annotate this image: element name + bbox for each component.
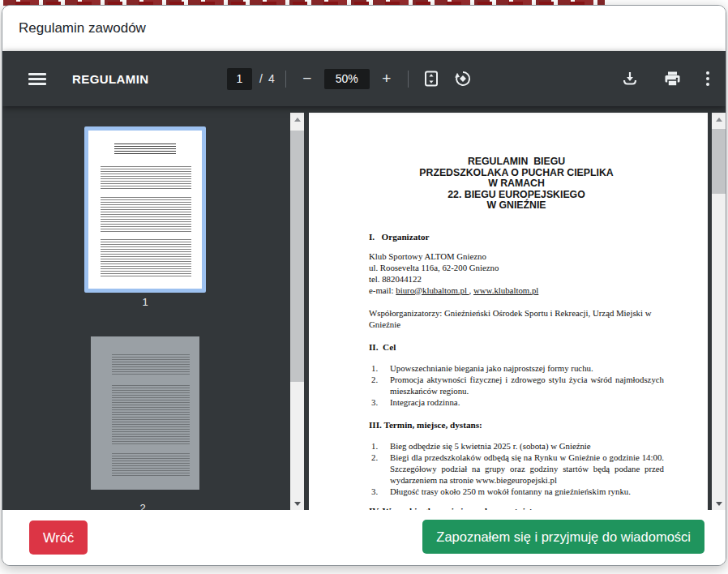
item-number: 1. <box>369 362 390 374</box>
pdf-toolbar: REGULAMIN / 4 − 50% + <box>2 51 726 106</box>
item-number: 2. <box>369 452 390 486</box>
toolbar-left-group: REGULAMIN <box>2 70 148 88</box>
thumbnail-1-text-lines <box>101 166 191 189</box>
list-item: 3.Integracja rodzinna. <box>369 396 664 408</box>
org-email-line: e-mail: biuro@klubaltom.pl , www.klubalt… <box>369 285 664 296</box>
item-text: Biegi dla przedszkolaków odbędą się na R… <box>390 452 664 486</box>
hamburger-icon <box>28 73 46 85</box>
document-content: REGULAMIN BIEGU PRZEDSZKOLAKA O PUCHAR C… <box>309 113 708 510</box>
kebab-menu-icon <box>706 71 709 86</box>
thumbnail-page-1[interactable] <box>84 126 206 293</box>
item-number: 1. <box>369 440 390 452</box>
more-options-button[interactable] <box>703 68 713 89</box>
list-item: 2.Promocja aktywności fizycznej i zdrowe… <box>369 374 664 396</box>
coorganizers-line: Współorganizatorzy: Gnieźnieński Ośrodek… <box>369 307 664 330</box>
item-text: Długość trasy około 250 m wokół fontanny… <box>390 486 664 497</box>
document-heading-line: W RAMACH <box>369 178 664 190</box>
fit-to-page-button[interactable] <box>419 66 443 91</box>
section-3-heading: III. Termin, miejsce, dystans: <box>369 419 664 430</box>
download-icon <box>621 70 639 88</box>
item-text: Integracja rodzinna. <box>390 396 664 408</box>
item-text: Upowszechnianie biegania jako najprostsz… <box>390 362 664 374</box>
screen: Regulamin zawodów REGULAMIN / 4 − 50% + <box>0 0 728 574</box>
regulations-modal: Regulamin zawodów REGULAMIN / 4 − 50% + <box>2 5 726 566</box>
toolbar-center-group: / 4 − 50% + <box>227 51 476 106</box>
thumbnail-1-label: 1 <box>88 296 202 308</box>
thumbnail-1-heading-lines <box>114 144 176 156</box>
list-item: 3.Długość trasy około 250 m wokół fontan… <box>369 486 664 497</box>
toolbar-divider <box>408 71 409 88</box>
print-icon <box>663 70 682 88</box>
org-line: Klub Sportowy ALTOM Gniezno <box>369 251 664 262</box>
thumbnail-2-text-lines <box>112 453 190 478</box>
modal-title: Regulamin zawodów <box>19 20 146 36</box>
print-button[interactable] <box>660 66 685 92</box>
zoom-in-button[interactable]: + <box>376 68 397 89</box>
item-number: 2. <box>369 374 390 396</box>
zoom-level[interactable]: 50% <box>324 69 370 89</box>
document-title: REGULAMIN <box>72 72 148 86</box>
list-item: 2.Biegi dla przedszkolaków odbędą się na… <box>369 452 664 486</box>
thumbnail-1-text-lines <box>101 197 191 233</box>
thumbnail-2-text-lines <box>112 354 190 375</box>
item-text: Promocja aktywności fizycznej i zdrowego… <box>390 374 664 396</box>
toolbar-right-group <box>618 51 713 106</box>
list-item: 1.Upowszechnianie biegania jako najprost… <box>369 362 664 374</box>
toolbar-divider <box>285 71 286 88</box>
item-number: 3. <box>369 486 390 497</box>
thumbnail-page-2[interactable] <box>91 336 199 490</box>
scroll-down-arrow[interactable] <box>290 497 304 510</box>
page-number-input[interactable] <box>227 68 252 90</box>
zoom-out-button[interactable]: − <box>297 68 318 89</box>
org-line: tel. 882044122 <box>369 273 664 285</box>
email-link[interactable]: biuro@klubaltom.pl <box>396 285 469 295</box>
thumbnail-1-text-lines <box>101 239 191 276</box>
pdf-viewer: 1 2 REGULAMIN BIEGU PRZEDSZKO <box>2 106 726 510</box>
document-heading-line: W GNIEŹNIE <box>369 200 664 212</box>
document-pane: REGULAMIN BIEGU PRZEDSZKOLAKA O PUCHAR C… <box>304 106 726 510</box>
rotate-button[interactable] <box>450 66 476 92</box>
page-separator: / <box>259 72 263 85</box>
back-button[interactable]: Wróć <box>29 520 88 555</box>
item-number: 3. <box>369 396 390 408</box>
pdf-page-1: REGULAMIN BIEGU PRZEDSZKOLAKA O PUCHAR C… <box>309 113 708 510</box>
website-link[interactable]: www.klubaltom.pl <box>473 285 538 295</box>
sidebar-toggle-button[interactable] <box>25 70 49 88</box>
accept-button[interactable]: Zapoznałem się i przyjmuję do wiadomości <box>422 520 704 554</box>
modal-header: Regulamin zawodów <box>2 6 726 51</box>
fit-to-page-icon <box>422 70 440 88</box>
document-heading-line: PRZEDSZKOLAKA O PUCHAR CIEPLIKA <box>369 168 664 179</box>
rotate-counterclockwise-icon <box>453 69 473 88</box>
modal-footer: Wróć Zapoznałem się i przyjmuję do wiado… <box>2 510 726 565</box>
download-button[interactable] <box>618 66 642 91</box>
scroll-up-arrow[interactable] <box>712 113 726 126</box>
thumbnail-2-label: 2 <box>86 502 199 510</box>
sidebar-scrollbar[interactable] <box>290 113 304 510</box>
thumbnail-2-text-lines <box>112 385 190 445</box>
sidebar-scrollbar-thumb[interactable] <box>290 131 304 382</box>
section-1-heading: I. Organizator <box>369 231 664 242</box>
scroll-up-arrow[interactable] <box>290 113 304 126</box>
page-total: 4 <box>268 72 275 85</box>
document-scrollbar[interactable] <box>712 113 726 510</box>
document-heading-line: REGULAMIN BIEGU <box>369 156 664 168</box>
thumbnail-sidebar: 1 2 <box>2 106 304 510</box>
document-scrollbar-thumb[interactable] <box>712 129 726 194</box>
section-2-heading: II. Cel <box>369 341 664 353</box>
list-item: 1.Bieg odbędzie się 5 kwietnia 2025 r. (… <box>369 440 664 452</box>
email-label: e-mail: <box>369 285 396 295</box>
document-heading-line: 22. BIEGU EUROPEJSKIEGO <box>369 190 664 201</box>
org-line: ul. Roosevelta 116a, 62-200 Gniezno <box>369 262 664 273</box>
item-text: Bieg odbędzie się 5 kwietnia 2025 r. (so… <box>390 440 664 452</box>
scroll-down-arrow[interactable] <box>712 497 726 510</box>
